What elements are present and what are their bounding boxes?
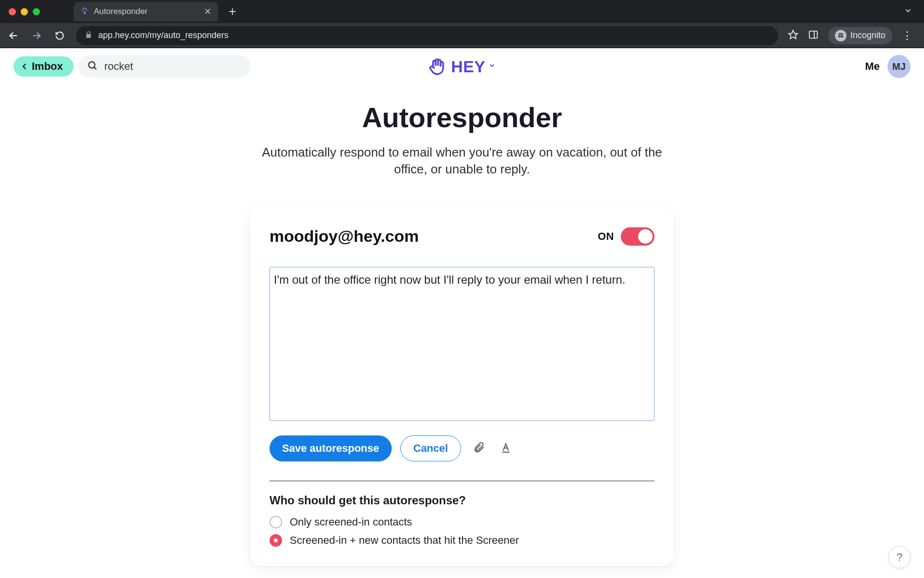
nav-forward-button[interactable] <box>30 30 43 41</box>
nav-back-button[interactable] <box>7 30 20 41</box>
search-icon <box>87 60 98 73</box>
incognito-icon <box>835 30 847 41</box>
browser-tab[interactable]: Autoresponder ✕ <box>74 2 218 21</box>
search-input[interactable] <box>104 60 237 73</box>
browser-menu-button[interactable]: ⋮ <box>902 29 913 42</box>
logo-dropdown-icon[interactable] <box>488 62 496 71</box>
radio-label: Only screened-in contacts <box>290 516 412 528</box>
imbox-button[interactable]: Imbox <box>13 56 74 77</box>
account-email: moodjoy@hey.com <box>270 227 419 246</box>
help-button[interactable]: ? <box>888 546 911 568</box>
avatar-initials: MJ <box>892 61 906 72</box>
address-bar[interactable]: app.hey.com/my/auto_responders <box>76 26 778 45</box>
action-row: Save autoresponse Cancel <box>270 435 654 461</box>
toggle-state-label: ON <box>598 230 614 243</box>
app-header: Imbox HEY Me MJ <box>0 48 924 85</box>
text-format-icon <box>500 441 512 454</box>
browser-toolbar: app.hey.com/my/auto_responders Incognito… <box>0 23 924 48</box>
hey-hand-icon <box>428 56 448 77</box>
page-title: Autoresponder <box>0 101 924 133</box>
recipients-heading: Who should get this autoresponse? <box>270 494 654 507</box>
tabs-dropdown-button[interactable] <box>904 6 912 17</box>
incognito-label: Incognito <box>850 30 886 40</box>
app-viewport: Imbox HEY Me MJ Autoresponder Automatica… <box>0 48 924 578</box>
browser-chrome: Autoresponder ✕ + app.hey.com/my/auto_re… <box>0 0 924 48</box>
save-button[interactable]: Save autoresponse <box>270 435 392 461</box>
window-maximize-button[interactable] <box>33 8 40 15</box>
logo-text: HEY <box>451 57 485 76</box>
cancel-button[interactable]: Cancel <box>400 435 461 461</box>
account-area: Me MJ <box>865 55 911 78</box>
attachment-button[interactable] <box>470 438 488 459</box>
nav-reload-button[interactable] <box>53 31 66 40</box>
svg-rect-3 <box>809 31 818 38</box>
avatar[interactable]: MJ <box>887 55 911 78</box>
autoresponder-card: moodjoy@hey.com ON Save autoresponse Can… <box>250 206 674 566</box>
card-header: moodjoy@hey.com ON <box>270 227 654 246</box>
tab-close-button[interactable]: ✕ <box>204 7 211 16</box>
me-label[interactable]: Me <box>865 60 880 73</box>
window-minimize-button[interactable] <box>21 8 28 15</box>
toggle-group: ON <box>598 227 654 246</box>
search-field[interactable] <box>78 55 250 78</box>
incognito-badge[interactable]: Incognito <box>828 27 892 44</box>
svg-point-7 <box>89 62 95 68</box>
toggle-knob <box>638 229 653 244</box>
radio-icon <box>270 516 282 528</box>
address-bar-url: app.hey.com/my/auto_responders <box>98 30 229 40</box>
svg-point-6 <box>841 35 843 37</box>
lock-icon <box>85 31 92 40</box>
tab-strip: Autoresponder ✕ + <box>0 0 924 23</box>
panel-icon[interactable] <box>808 29 819 42</box>
paperclip-icon <box>473 441 485 454</box>
radio-label: Screened-in + new contacts that hit the … <box>290 534 519 547</box>
svg-marker-2 <box>789 30 797 38</box>
autoresponse-message-input[interactable] <box>270 267 654 421</box>
svg-point-5 <box>838 35 841 37</box>
bookmark-star-icon[interactable] <box>788 29 798 42</box>
recipients-option-screened-plus-new[interactable]: Screened-in + new contacts that hit the … <box>270 534 654 547</box>
divider <box>270 481 654 481</box>
app-logo[interactable]: HEY <box>428 56 496 77</box>
tab-title: Autoresponder <box>94 7 199 16</box>
tab-favicon-icon <box>80 7 89 16</box>
formatting-button[interactable] <box>497 438 515 459</box>
svg-line-8 <box>94 67 96 70</box>
radio-icon <box>270 534 282 547</box>
window-close-button[interactable] <box>9 8 16 15</box>
help-icon: ? <box>897 551 902 564</box>
new-tab-button[interactable]: + <box>225 5 240 18</box>
recipients-option-screened-only[interactable]: Only screened-in contacts <box>270 516 654 528</box>
chevron-left-icon <box>20 62 29 71</box>
imbox-label: Imbox <box>32 60 63 73</box>
page-subtitle: Automatically respond to email when you'… <box>250 144 674 178</box>
autoresponder-toggle[interactable] <box>621 227 654 246</box>
window-controls <box>9 8 40 15</box>
